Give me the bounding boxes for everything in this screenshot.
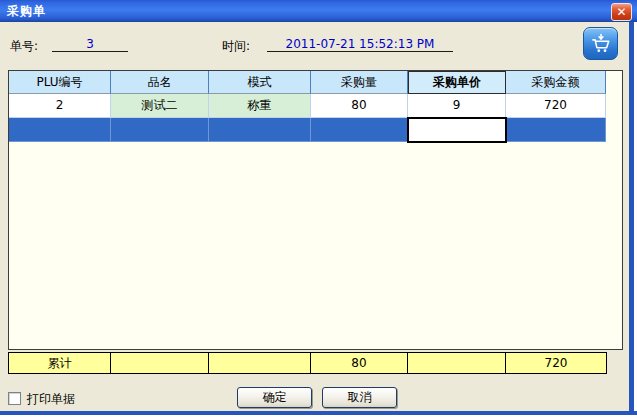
close-icon: ✕	[616, 5, 626, 19]
totals-row: 累计 80 720	[8, 352, 607, 374]
column-header-mode[interactable]: 模式	[209, 71, 311, 94]
cart-icon	[590, 33, 612, 55]
totals-empty	[209, 353, 311, 373]
column-header-qty[interactable]: 采购量	[311, 71, 408, 94]
window-title: 采购单	[0, 3, 46, 20]
purchase-order-dialog: 采购单 ✕ 单号: 3 时间: 2011-07-21 15:52:13 PM P…	[0, 0, 637, 417]
add-to-cart-button[interactable]	[583, 27, 618, 60]
totals-label: 累计	[9, 353, 111, 373]
title-bar[interactable]: 采购单	[0, 0, 637, 22]
purchase-table: PLU编号 品名 模式 采购量 采购单价 采购金额 2 测试二 称重 80 9 …	[8, 70, 623, 350]
totals-amount: 720	[506, 353, 606, 373]
column-header-unit-price-selected[interactable]: 采购单价	[408, 71, 506, 94]
cell-unit-price[interactable]: 9	[408, 94, 506, 118]
cell-empty[interactable]	[9, 118, 111, 142]
time-label: 时间:	[222, 38, 250, 55]
order-number-label: 单号:	[10, 38, 38, 55]
close-button[interactable]: ✕	[611, 3, 632, 21]
cell-plu[interactable]: 2	[9, 94, 111, 118]
print-receipt-checkbox[interactable]	[8, 392, 21, 405]
order-number-value: 3	[52, 36, 128, 52]
time-value: 2011-07-21 15:52:13 PM	[267, 36, 453, 52]
print-receipt-label: 打印单据	[27, 391, 75, 408]
cancel-button[interactable]: 取消	[322, 387, 397, 408]
column-header-plu[interactable]: PLU编号	[9, 71, 111, 94]
cell-amount[interactable]: 720	[506, 94, 606, 118]
cell-empty[interactable]	[209, 118, 311, 142]
cell-name[interactable]: 测试二	[111, 94, 209, 118]
column-header-amount[interactable]: 采购金额	[506, 71, 606, 94]
column-header-name[interactable]: 品名	[111, 71, 209, 94]
totals-qty: 80	[311, 353, 408, 373]
table-row[interactable]: 2 测试二 称重 80 9 720	[9, 94, 622, 118]
unit-price-edit-cell[interactable]	[407, 117, 507, 143]
ok-button[interactable]: 确定	[237, 387, 312, 408]
cell-mode[interactable]: 称重	[209, 94, 311, 118]
cell-empty[interactable]	[111, 118, 209, 142]
totals-empty	[111, 353, 209, 373]
cell-empty[interactable]	[311, 118, 408, 142]
totals-empty	[408, 353, 506, 373]
cell-empty[interactable]	[506, 118, 606, 142]
table-row-selected[interactable]	[9, 118, 622, 142]
table-header-row: PLU编号 品名 模式 采购量 采购单价 采购金额	[9, 71, 622, 94]
cell-qty[interactable]: 80	[311, 94, 408, 118]
